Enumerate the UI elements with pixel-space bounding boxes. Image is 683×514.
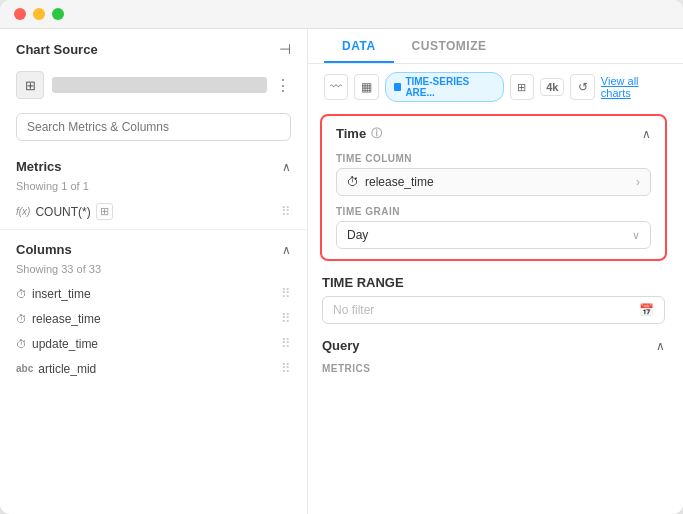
- active-chart-label: TIME-SERIES ARE...: [405, 76, 494, 98]
- close-button[interactable]: [14, 8, 26, 20]
- time-grain-select[interactable]: Day ∨: [336, 221, 651, 249]
- time-grain-caret: ∨: [632, 229, 640, 242]
- time-grain-value: Day: [347, 228, 368, 242]
- col-name: update_time: [32, 337, 98, 351]
- columns-showing: Showing 33 of 33: [0, 261, 307, 281]
- divider: [0, 229, 307, 230]
- columns-chevron-icon[interactable]: ∧: [282, 243, 291, 257]
- metrics-section-header: Metrics ∧: [0, 151, 307, 178]
- left-scroll: Metrics ∧ Showing 1 of 1 f(x) COUNT(*) ⊞…: [0, 151, 307, 514]
- drag-handle[interactable]: ⠿: [281, 336, 291, 351]
- minimize-button[interactable]: [33, 8, 45, 20]
- col-label: abc article_mid: [16, 362, 96, 376]
- chart-icons-row: 〰 ▦ TIME-SERIES ARE... ⊞ 4k ↺ View all c…: [308, 64, 683, 106]
- list-item: ⏱ insert_time ⠿: [0, 281, 307, 306]
- time-title-text: Time: [336, 126, 366, 141]
- drag-handle[interactable]: ⠿: [281, 361, 291, 376]
- drag-handle[interactable]: ⠿: [281, 286, 291, 301]
- time-card-title: Time ⓘ: [336, 126, 382, 141]
- right-panel: DATA CUSTOMIZE 〰 ▦ TIME-SERIES ARE... ⊞ …: [308, 29, 683, 514]
- metrics-chevron-icon[interactable]: ∧: [282, 160, 291, 174]
- time-range-placeholder: No filter: [333, 303, 374, 317]
- titlebar: [0, 0, 683, 29]
- time-column-select[interactable]: ⏱ release_time ›: [336, 168, 651, 196]
- clock-icon: ⏱: [16, 288, 27, 300]
- main-body: Chart Source ⊣ ⊞ ⋮ Metrics ∧ Showing 1: [0, 29, 683, 514]
- time-column-label: TIME COLUMN: [336, 153, 651, 164]
- fx-badge: f(x): [16, 206, 30, 217]
- columns-section-header: Columns ∧: [0, 234, 307, 261]
- query-chevron-icon[interactable]: ∧: [656, 339, 665, 353]
- time-section-card: Time ⓘ ∧ TIME COLUMN ⏱ release_time ›: [320, 114, 667, 261]
- search-input[interactable]: [16, 113, 291, 141]
- source-name-bar: [52, 77, 267, 93]
- line-chart-icon[interactable]: 〰: [324, 74, 348, 100]
- metrics-showing: Showing 1 of 1: [0, 178, 307, 198]
- col-name: article_mid: [38, 362, 96, 376]
- chart-source-header: Chart Source ⊣: [0, 29, 307, 65]
- query-header: Query ∧: [320, 332, 667, 359]
- time-clock-icon: ⏱: [347, 175, 359, 189]
- search-box-wrap: [0, 109, 307, 151]
- maximize-button[interactable]: [52, 8, 64, 20]
- tab-customize[interactable]: CUSTOMIZE: [394, 29, 505, 63]
- col-label: ⏱ release_time: [16, 312, 101, 326]
- tabs-row: DATA CUSTOMIZE: [308, 29, 683, 64]
- calendar-icon: 📅: [639, 303, 654, 317]
- clock-icon: ⏱: [16, 338, 27, 350]
- drag-handle[interactable]: ⠿: [281, 311, 291, 326]
- metrics-label: METRICS: [320, 359, 667, 376]
- list-item: ⏱ update_time ⠿: [0, 331, 307, 356]
- columns-title: Columns: [16, 242, 72, 257]
- metric-label: f(x) COUNT(*) ⊞: [16, 203, 113, 220]
- metric-row: f(x) COUNT(*) ⊞ ⠿: [0, 198, 307, 225]
- list-item: ⏱ release_time ⠿: [0, 306, 307, 331]
- refresh-icon[interactable]: ↺: [570, 74, 594, 100]
- time-card-body: TIME COLUMN ⏱ release_time › TIME GRAIN …: [322, 147, 665, 259]
- time-grain-label: TIME GRAIN: [336, 206, 651, 217]
- bar-chart-icon[interactable]: ▦: [354, 74, 378, 100]
- query-title: Query: [322, 338, 360, 353]
- abc-badge: abc: [16, 363, 33, 374]
- time-range-section: TIME RANGE No filter 📅: [320, 269, 667, 324]
- left-panel: Chart Source ⊣ ⊞ ⋮ Metrics ∧ Showing 1: [0, 29, 308, 514]
- grid-icon-button[interactable]: ⊞: [510, 74, 534, 100]
- time-column-select-left: ⏱ release_time: [347, 175, 434, 189]
- metrics-title: Metrics: [16, 159, 62, 174]
- collapse-icon[interactable]: ⊣: [279, 41, 291, 57]
- right-scroll: Time ⓘ ∧ TIME COLUMN ⏱ release_time ›: [308, 106, 683, 514]
- view-all-charts-link[interactable]: View all charts: [601, 75, 667, 99]
- metric-value: COUNT(*): [35, 205, 90, 219]
- table-badge: ⊞: [96, 203, 113, 220]
- chart-label-dot: [394, 83, 401, 91]
- col-label: ⏱ insert_time: [16, 287, 91, 301]
- drag-handle[interactable]: ⠿: [281, 204, 291, 219]
- time-range-row: No filter 📅: [320, 296, 667, 324]
- time-card-header: Time ⓘ ∧: [322, 116, 665, 147]
- info-icon: ⓘ: [371, 126, 382, 141]
- time-range-header: TIME RANGE: [320, 269, 667, 296]
- active-chart-pill[interactable]: TIME-SERIES ARE...: [385, 72, 504, 102]
- time-column-arrow: ›: [636, 175, 640, 189]
- 4k-button[interactable]: 4k: [540, 78, 564, 96]
- tab-data[interactable]: DATA: [324, 29, 394, 63]
- col-name: insert_time: [32, 287, 91, 301]
- col-name: release_time: [32, 312, 101, 326]
- chart-source-row: ⊞ ⋮: [0, 65, 307, 109]
- time-column-value: release_time: [365, 175, 434, 189]
- time-range-title: TIME RANGE: [322, 275, 404, 290]
- col-label: ⏱ update_time: [16, 337, 98, 351]
- query-section: Query ∧ METRICS: [320, 332, 667, 376]
- time-chevron-icon[interactable]: ∧: [642, 127, 651, 141]
- clock-icon: ⏱: [16, 313, 27, 325]
- app-window: Chart Source ⊣ ⊞ ⋮ Metrics ∧ Showing 1: [0, 0, 683, 514]
- table-icon: ⊞: [16, 71, 44, 99]
- list-item: abc article_mid ⠿: [0, 356, 307, 381]
- time-range-input[interactable]: No filter 📅: [322, 296, 665, 324]
- dots-menu[interactable]: ⋮: [275, 76, 292, 95]
- chart-source-title: Chart Source: [16, 42, 98, 57]
